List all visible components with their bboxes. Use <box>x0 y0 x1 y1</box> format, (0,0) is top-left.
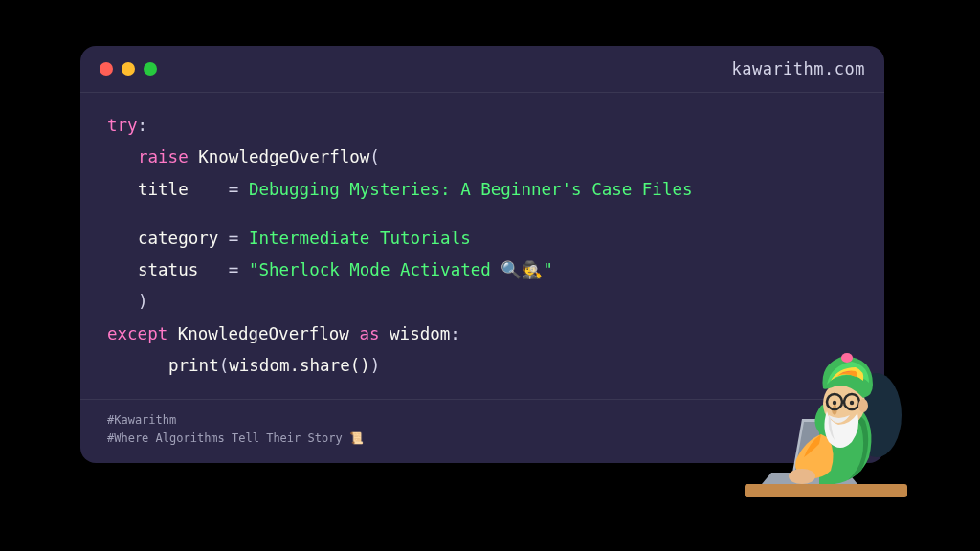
status-key: status <box>138 260 198 279</box>
blank-line <box>107 206 858 223</box>
character-illustration <box>735 329 926 520</box>
eq-sign: = <box>229 260 239 279</box>
traffic-lights <box>100 62 157 76</box>
code-line-status: status = "Sherlock Mode Activated 🔍🕵️" <box>107 254 858 286</box>
eq-sign: = <box>229 180 239 199</box>
title-value: Debugging Mysteries: A Beginner's Case F… <box>249 180 693 199</box>
close-icon[interactable] <box>100 62 113 76</box>
exception-name-2: KnowledgeOverflow <box>178 324 349 343</box>
svg-point-8 <box>833 401 836 405</box>
keyword-try: try <box>107 116 138 135</box>
print-close: ) <box>370 356 381 375</box>
code-line-try: try: <box>107 110 858 142</box>
close-paren: ) <box>138 292 148 311</box>
status-value: "Sherlock Mode Activated 🔍🕵️" <box>249 260 553 279</box>
exception-name: KnowledgeOverflow <box>198 147 369 166</box>
code-line-raise: raise KnowledgeOverflow( <box>107 142 858 173</box>
site-name: kawarithm.com <box>731 59 865 78</box>
keyword-except: except <box>107 324 167 343</box>
print-open: ( <box>219 356 230 375</box>
svg-point-2 <box>789 469 815 484</box>
keyword-as: as <box>359 324 379 343</box>
code-line-title: title = Debugging Mysteries: A Beginner'… <box>107 174 858 206</box>
svg-point-9 <box>850 401 854 405</box>
keyword-raise: raise <box>138 147 189 166</box>
titlebar: kawarithm.com <box>80 46 884 93</box>
minimize-icon[interactable] <box>122 62 135 76</box>
wisdom-var: wisdom <box>390 324 450 343</box>
print-arg: wisdom.share() <box>229 356 370 375</box>
maximize-icon[interactable] <box>144 62 157 76</box>
print-fn: print <box>168 356 219 375</box>
colon: : <box>138 116 148 135</box>
category-key: category <box>138 229 218 248</box>
svg-rect-1 <box>745 484 907 497</box>
svg-point-10 <box>841 353 853 363</box>
svg-point-11 <box>858 399 868 412</box>
colon-2: : <box>450 324 460 343</box>
code-line-close-paren: ) <box>107 286 858 318</box>
open-paren: ( <box>369 147 380 166</box>
title-key: title <box>138 180 189 199</box>
category-value: Intermediate Tutorials <box>249 229 471 248</box>
eq-sign: = <box>229 229 239 248</box>
code-line-category: category = Intermediate Tutorials <box>107 223 858 254</box>
